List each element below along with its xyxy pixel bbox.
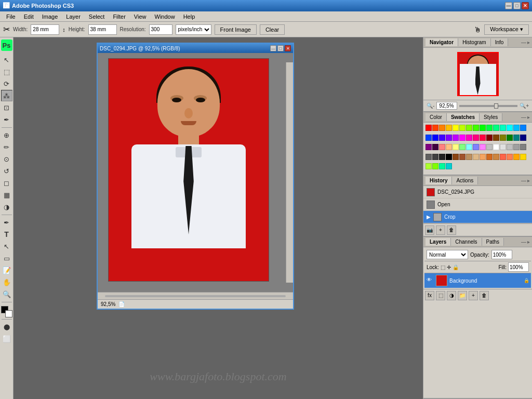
history-snapshot-button[interactable]: 📷 [425, 225, 434, 235]
color-swatch[interactable] [513, 125, 520, 131]
hand-tool[interactable]: ✋ [1, 276, 12, 288]
color-swatch[interactable] [425, 163, 432, 169]
color-swatch[interactable] [459, 144, 466, 150]
tab-color[interactable]: Color [425, 113, 447, 121]
color-swatch[interactable] [507, 144, 513, 150]
history-new-button[interactable]: + [436, 225, 445, 235]
path-selection-tool[interactable]: ↖ [1, 241, 12, 252]
doc-maximize-button[interactable]: □ [277, 45, 284, 51]
color-swatch[interactable] [507, 154, 513, 160]
app-maximize-button[interactable]: □ [513, 2, 521, 9]
layer-mode-select[interactable]: Normal Multiply Screen [427, 250, 468, 259]
color-swatch[interactable] [480, 154, 486, 160]
menu-file[interactable]: File [2, 12, 20, 21]
history-item-open[interactable]: DSC_0294.JPG [423, 186, 532, 198]
zoom-input[interactable] [436, 102, 457, 110]
color-swatch[interactable] [507, 135, 513, 141]
lock-all-icon[interactable]: 🔒 [453, 264, 459, 270]
layer-visibility-icon[interactable]: 👁 [427, 277, 434, 284]
color-swatch[interactable] [439, 144, 445, 150]
color-swatch[interactable] [459, 135, 466, 141]
color-swatch[interactable] [432, 125, 438, 131]
stamp-tool[interactable]: ⊙ [1, 153, 12, 165]
zoom-in-icon[interactable]: 🔍+ [520, 103, 529, 109]
tab-actions[interactable]: Actions [452, 177, 478, 184]
layers-collapse-button[interactable]: — [521, 239, 526, 245]
color-swatch[interactable] [473, 125, 479, 131]
layer-style-button[interactable]: fx [425, 291, 434, 300]
resolution-input[interactable] [149, 24, 172, 35]
color-menu-button[interactable]: ▸ [527, 114, 530, 120]
zoom-slider[interactable] [459, 105, 517, 107]
color-swatch[interactable] [507, 125, 513, 131]
color-swatch[interactable] [453, 154, 459, 160]
color-swatch[interactable] [453, 125, 459, 131]
tab-channels[interactable]: Channels [451, 238, 482, 246]
color-swatch[interactable] [432, 144, 438, 150]
color-swatch[interactable] [500, 144, 506, 150]
color-swatch[interactable] [520, 154, 526, 160]
color-swatch[interactable] [466, 135, 472, 141]
color-swatch[interactable] [459, 125, 466, 131]
layer-adjustment-button[interactable]: ◑ [447, 291, 456, 300]
lock-pixels-icon[interactable]: ⬚ [441, 264, 445, 270]
menu-help[interactable]: Help [179, 12, 200, 21]
color-swatch[interactable] [513, 144, 520, 150]
magic-wand-tool[interactable]: ⁂ [1, 90, 12, 101]
layer-opacity-input[interactable] [491, 250, 512, 259]
menu-select[interactable]: Select [85, 12, 109, 21]
brush-tool[interactable]: ✏ [1, 141, 12, 153]
color-swatch[interactable] [480, 125, 486, 131]
dodge-tool[interactable]: ◑ [1, 201, 12, 212]
color-swatch[interactable] [453, 144, 459, 150]
color-swatch[interactable] [466, 154, 472, 160]
color-swatch[interactable] [486, 125, 493, 131]
layer-new-button[interactable]: + [469, 291, 478, 300]
color-swatch[interactable] [500, 154, 506, 160]
color-swatch[interactable] [439, 163, 445, 169]
color-swatch[interactable] [480, 144, 486, 150]
color-swatch[interactable] [425, 135, 432, 141]
color-swatch[interactable] [473, 154, 479, 160]
color-swatch[interactable] [520, 125, 526, 131]
resolution-unit-select[interactable]: pixels/inch pixels/cm [176, 24, 211, 35]
color-swatch[interactable] [446, 125, 452, 131]
color-swatch[interactable] [425, 144, 432, 150]
color-swatch[interactable] [453, 135, 459, 141]
menu-edit[interactable]: Edit [20, 12, 38, 21]
doc-close-button[interactable]: ✕ [285, 45, 291, 51]
color-swatch[interactable] [459, 154, 466, 160]
menu-window[interactable]: Window [151, 12, 179, 21]
layer-mask-button[interactable]: ⬚ [436, 291, 445, 300]
color-swatch[interactable] [520, 135, 526, 141]
color-swatch[interactable] [446, 144, 452, 150]
history-collapse-button[interactable]: — [521, 178, 526, 183]
color-swatch[interactable] [513, 154, 520, 160]
color-swatch[interactable] [493, 144, 499, 150]
color-swatch[interactable] [432, 163, 438, 169]
color-swatch[interactable] [439, 135, 445, 141]
width-input[interactable] [31, 24, 59, 35]
layer-item-background[interactable]: 👁 Background 🔒 [424, 273, 531, 288]
tab-histogram[interactable]: Histogram [458, 38, 491, 46]
navigator-collapse-button[interactable]: — [521, 39, 526, 45]
layer-delete-button[interactable]: 🗑 [480, 291, 489, 300]
color-swatch[interactable] [493, 135, 499, 141]
history-item-open2[interactable]: Open [423, 198, 532, 211]
color-swatch[interactable] [432, 135, 438, 141]
tab-styles[interactable]: Styles [480, 113, 502, 121]
menu-view[interactable]: View [130, 12, 151, 21]
pen-tool[interactable]: ✒ [1, 217, 12, 228]
layers-menu-button[interactable]: ▸ [527, 239, 530, 245]
color-swatch[interactable] [486, 135, 493, 141]
document-scrollbar-vertical[interactable] [286, 62, 293, 283]
healing-tool[interactable]: ⊕ [1, 129, 12, 141]
eyedropper-tool[interactable]: ✒ [1, 114, 12, 125]
crop-tool[interactable]: ⊡ [1, 102, 12, 113]
color-swatch[interactable] [466, 144, 472, 150]
notes-tool[interactable]: 📝 [1, 264, 12, 276]
fg-bg-colors[interactable] [1, 306, 12, 317]
menu-filter[interactable]: Filter [109, 12, 129, 21]
color-swatch[interactable] [500, 125, 506, 131]
tab-history[interactable]: History [425, 177, 452, 184]
